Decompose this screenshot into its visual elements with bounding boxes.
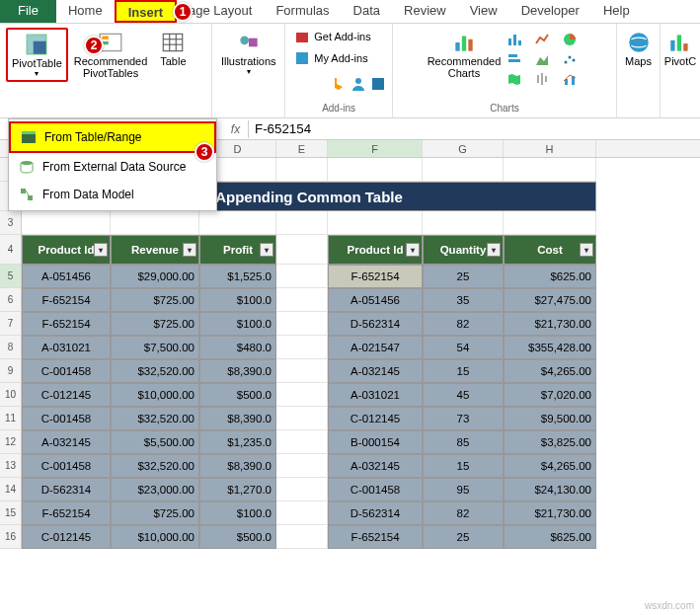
- table-cell[interactable]: $625.00: [504, 265, 596, 288]
- row-header[interactable]: 9: [0, 359, 22, 383]
- table-cell[interactable]: $10,000.00: [111, 383, 199, 407]
- table-cell[interactable]: C-001458: [22, 407, 111, 430]
- cell[interactable]: [276, 359, 328, 383]
- table-cell[interactable]: D-562314: [328, 501, 423, 525]
- table-cell[interactable]: $27,475.00: [504, 288, 596, 312]
- row-header[interactable]: 3: [0, 211, 22, 235]
- table-cell[interactable]: C-001458: [22, 359, 111, 383]
- table-cell[interactable]: $100.0: [199, 501, 276, 525]
- table-cell[interactable]: $100.0: [199, 288, 276, 312]
- filter-dropdown-icon[interactable]: ▾: [406, 243, 420, 257]
- table-cell[interactable]: B-000154: [328, 430, 423, 454]
- cell[interactable]: [504, 158, 596, 182]
- col-f[interactable]: F: [328, 140, 423, 157]
- table-cell[interactable]: 25: [423, 265, 504, 288]
- cell[interactable]: [276, 235, 328, 265]
- filter-dropdown-icon[interactable]: ▾: [183, 243, 196, 257]
- from-external-item[interactable]: From External Data Source: [9, 153, 216, 181]
- chart-bar-icon[interactable]: [506, 51, 522, 67]
- cell[interactable]: [276, 265, 328, 288]
- tab-developer[interactable]: Developer: [509, 0, 591, 23]
- table-cell[interactable]: $7,500.00: [111, 336, 199, 359]
- table-cell[interactable]: A-032145: [22, 430, 111, 454]
- illustrations-button[interactable]: Illustrations ▾: [217, 28, 280, 78]
- chart-area-icon[interactable]: [534, 51, 550, 67]
- table-cell[interactable]: F-652154: [22, 312, 111, 336]
- table-cell[interactable]: 82: [423, 312, 504, 336]
- table-cell[interactable]: A-031021: [22, 336, 111, 359]
- row-header[interactable]: 6: [0, 288, 22, 312]
- chart-combo-icon[interactable]: [562, 71, 578, 87]
- table-header[interactable]: Quantity▾: [423, 235, 504, 265]
- table-cell[interactable]: $500.0: [199, 383, 276, 407]
- cell[interactable]: [328, 158, 423, 182]
- table-cell[interactable]: $8,390.0: [199, 454, 276, 478]
- table-cell[interactable]: $21,730.00: [504, 501, 596, 525]
- row-header[interactable]: 14: [0, 478, 22, 501]
- cell[interactable]: [276, 478, 328, 501]
- cell[interactable]: [276, 312, 328, 336]
- recommended-charts-button[interactable]: Recommended Charts: [424, 28, 506, 81]
- col-e[interactable]: E: [276, 140, 328, 157]
- cell[interactable]: [111, 211, 199, 235]
- people-icon[interactable]: [350, 76, 366, 92]
- tab-insert[interactable]: Insert: [115, 0, 177, 23]
- cell[interactable]: [276, 383, 328, 407]
- cell[interactable]: [199, 211, 276, 235]
- cell[interactable]: [423, 211, 504, 235]
- chart-pie-icon[interactable]: [562, 32, 578, 47]
- row-header[interactable]: 7: [0, 312, 22, 336]
- table-cell[interactable]: $3,825.00: [504, 430, 596, 454]
- table-header[interactable]: Cost▾: [504, 235, 596, 265]
- table-button[interactable]: Table: [153, 28, 193, 82]
- table-cell[interactable]: F-652154: [328, 525, 423, 549]
- chart-stock-icon[interactable]: [534, 71, 550, 87]
- table-cell[interactable]: $29,000.00: [111, 265, 199, 288]
- cell[interactable]: [276, 158, 328, 182]
- table-cell[interactable]: $4,265.00: [504, 359, 596, 383]
- cell[interactable]: [276, 501, 328, 525]
- table-cell[interactable]: $21,730.00: [504, 312, 596, 336]
- tab-file[interactable]: File: [0, 0, 56, 23]
- table-cell[interactable]: $625.00: [504, 525, 596, 549]
- table-cell[interactable]: $32,520.00: [111, 454, 199, 478]
- from-data-model-item[interactable]: From Data Model: [9, 181, 216, 208]
- row-header[interactable]: 8: [0, 336, 22, 359]
- table-cell[interactable]: A-051456: [22, 265, 111, 288]
- chart-scatter-icon[interactable]: [562, 51, 578, 67]
- table-cell[interactable]: $725.00: [111, 501, 199, 525]
- maps-button[interactable]: Maps: [619, 28, 659, 69]
- table-header[interactable]: Product Id▾: [22, 235, 111, 265]
- chart-line-icon[interactable]: [534, 32, 550, 47]
- col-h[interactable]: H: [504, 140, 596, 157]
- table-cell[interactable]: $4,265.00: [504, 454, 596, 478]
- tab-help[interactable]: Help: [591, 0, 642, 23]
- table-cell[interactable]: F-652154: [328, 265, 423, 288]
- table-cell[interactable]: 15: [423, 454, 504, 478]
- row-header[interactable]: 13: [0, 454, 22, 478]
- table-cell[interactable]: 25: [423, 525, 504, 549]
- fx-icon[interactable]: fx: [223, 120, 249, 138]
- table-cell[interactable]: C-012145: [328, 407, 423, 430]
- filter-dropdown-icon[interactable]: ▾: [94, 243, 108, 257]
- table-cell[interactable]: $725.00: [111, 312, 199, 336]
- tab-page-layout[interactable]: age Layout: [177, 0, 264, 23]
- filter-dropdown-icon[interactable]: ▾: [487, 243, 501, 257]
- cell[interactable]: [276, 288, 328, 312]
- cell[interactable]: [22, 211, 111, 235]
- table-cell[interactable]: $355,428.00: [504, 336, 596, 359]
- tab-home[interactable]: Home: [56, 0, 115, 23]
- cell[interactable]: [276, 407, 328, 430]
- table-cell[interactable]: $32,520.00: [111, 359, 199, 383]
- table-header[interactable]: Product Id▾: [328, 235, 423, 265]
- table-cell[interactable]: A-051456: [328, 288, 423, 312]
- table-cell[interactable]: $5,500.00: [111, 430, 199, 454]
- table-cell[interactable]: $500.0: [199, 525, 276, 549]
- tab-review[interactable]: Review: [392, 0, 458, 23]
- visio-icon[interactable]: [370, 76, 386, 92]
- cell[interactable]: [328, 211, 423, 235]
- table-cell[interactable]: $10,000.00: [111, 525, 199, 549]
- chart-column-icon[interactable]: [506, 32, 522, 47]
- table-cell[interactable]: F-652154: [22, 288, 111, 312]
- chart-map-icon[interactable]: [506, 71, 522, 87]
